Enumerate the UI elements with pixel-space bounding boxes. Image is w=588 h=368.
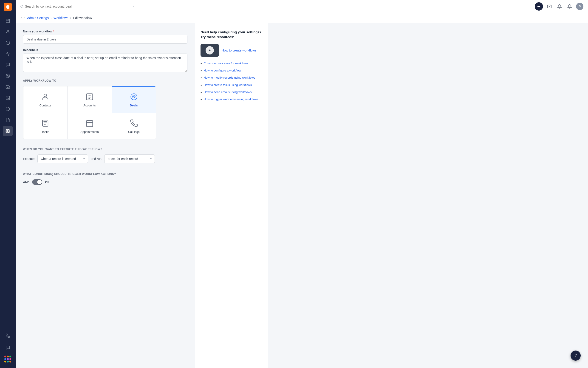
deals-label: Deals <box>130 104 138 107</box>
svg-point-7 <box>7 75 9 77</box>
user-avatar[interactable]: S <box>576 3 583 10</box>
breadcrumb-sep-2: › <box>70 16 71 20</box>
help-link-0[interactable]: Common use cases for workflows <box>204 61 248 65</box>
and-label: AND <box>23 180 29 184</box>
svg-rect-18 <box>86 120 93 127</box>
sidebar-item-goals[interactable] <box>3 71 13 81</box>
required-indicator: * <box>53 30 54 33</box>
toggle-track[interactable] <box>32 179 42 185</box>
describe-field-group: Describe it When the expected close date… <box>23 48 187 73</box>
sidebar-item-inbox[interactable] <box>3 82 13 92</box>
sidebar-app-dots[interactable] <box>3 355 12 363</box>
condition-toggle[interactable] <box>32 179 42 185</box>
help-link-5[interactable]: How to trigger webhooks using workflows <box>204 97 258 101</box>
help-link-2[interactable]: How to modify records using workflows <box>204 76 255 80</box>
add-button[interactable] <box>535 2 543 10</box>
sidebar-item-deals[interactable] <box>3 38 13 48</box>
content-area: Admin Settings › Workflows › Edit workfl… <box>16 13 588 368</box>
condition-row: AND OR <box>23 179 187 185</box>
workflow-name-input[interactable] <box>23 35 187 44</box>
sidebar-item-conversations[interactable] <box>3 60 13 70</box>
sidebar-item-phone[interactable] <box>3 331 13 341</box>
svg-point-16 <box>134 96 134 97</box>
sidebar-bottom <box>3 331 13 365</box>
workflow-card-call-logs[interactable]: Call logs <box>112 113 156 139</box>
svg-point-6 <box>6 74 10 78</box>
sidebar-item-calendar[interactable] <box>3 16 13 26</box>
run-select[interactable]: once, for each record every time <box>104 155 155 163</box>
run-select-wrapper: once, for each record every time <box>104 155 155 163</box>
accounts-label: Accounts <box>83 104 96 107</box>
svg-point-10 <box>7 130 9 132</box>
workflow-card-deals[interactable]: Deals <box>112 86 156 113</box>
or-label: OR <box>45 180 50 184</box>
sidebar-item-analytics[interactable] <box>3 93 13 103</box>
play-button[interactable] <box>205 46 214 55</box>
sidebar-item-reports[interactable] <box>3 49 13 59</box>
help-list-item-3: • How to create tasks using workflows <box>201 83 263 87</box>
execute-select[interactable]: when a record is created when a record i… <box>37 155 88 163</box>
help-link-1[interactable]: How to configure a workflow <box>204 68 241 73</box>
svg-point-8 <box>7 75 8 76</box>
apply-section-title: APPLY WORKFLOW TO <box>23 79 187 82</box>
search-dropdown-icon[interactable] <box>132 5 135 8</box>
execute-section-title: WHEN DO YOU WANT TO EXECUTE THIS WORKFLO… <box>23 147 187 151</box>
workflow-describe-textarea[interactable]: When the expected close date of a deal i… <box>23 54 187 72</box>
main-wrapper: S Admin Settings › Workflows › Edit work… <box>16 0 588 368</box>
sidebar-item-contacts[interactable] <box>3 27 13 37</box>
help-panel: Need help configuring your settings? Try… <box>195 23 268 368</box>
video-link[interactable]: How to create workflows <box>222 48 257 52</box>
search-input[interactable] <box>25 5 131 8</box>
notification-icon[interactable] <box>556 3 563 10</box>
svg-point-13 <box>44 94 47 97</box>
sidebar-nav <box>0 16 16 331</box>
help-link-4[interactable]: How to send emails using workflows <box>204 90 252 94</box>
svg-rect-17 <box>43 120 48 126</box>
help-list-item-4: • How to send emails using workflows <box>201 90 263 94</box>
topbar: S <box>16 0 588 13</box>
call-logs-label: Call logs <box>128 130 140 134</box>
workflow-card-contacts[interactable]: Contacts <box>23 86 68 113</box>
help-link-3[interactable]: How to create tasks using workflows <box>204 83 252 87</box>
sidebar-item-integrations[interactable] <box>3 104 13 114</box>
bell-icon[interactable] <box>566 3 573 10</box>
execute-section: WHEN DO YOU WANT TO EXECUTE THIS WORKFLO… <box>23 147 187 163</box>
accounts-icon <box>85 92 94 101</box>
app-logo[interactable] <box>4 3 12 11</box>
call-logs-icon <box>129 119 139 128</box>
sidebar-item-settings[interactable] <box>3 126 13 136</box>
tasks-label: Tasks <box>42 130 49 134</box>
workflow-card-tasks[interactable]: Tasks <box>23 113 68 139</box>
contacts-icon <box>41 92 50 101</box>
toggle-thumb <box>37 180 42 184</box>
execute-select-wrapper: when a record is created when a record i… <box>37 155 88 163</box>
search-icon <box>20 5 24 8</box>
help-fab[interactable]: ? <box>570 350 581 361</box>
contacts-label: Contacts <box>39 104 51 107</box>
sidebar-item-notes[interactable] <box>3 115 13 125</box>
email-icon[interactable] <box>546 3 553 10</box>
help-list-item-2: • How to modify records using workflows <box>201 76 263 80</box>
help-list-item-0: • Common use cases for workflows <box>201 61 263 66</box>
form-panel: Name your workflow * Describe it When th… <box>16 23 195 368</box>
workflow-card-accounts[interactable]: Accounts <box>67 86 112 113</box>
breadcrumb: Admin Settings › Workflows › Edit workfl… <box>16 13 588 23</box>
execute-row: Execute when a record is created when a … <box>23 155 187 163</box>
breadcrumb-current: Edit workflow <box>73 16 92 20</box>
name-field-group: Name your workflow * <box>23 30 187 44</box>
deals-icon <box>129 92 139 101</box>
workflow-card-appointments[interactable]: Appointments <box>67 113 112 139</box>
svg-point-11 <box>21 5 23 7</box>
condition-section: WHAT CONDITION(S) SHOULD TRIGGER WORKFLO… <box>23 172 187 185</box>
sidebar-item-chat[interactable] <box>3 343 13 353</box>
video-card[interactable] <box>201 44 219 57</box>
appointments-icon <box>85 119 94 128</box>
scroll-area: Name your workflow * Describe it When th… <box>16 23 588 368</box>
and-run-label: and run <box>91 157 101 161</box>
breadcrumb-workflows[interactable]: Workflows <box>53 16 68 20</box>
help-list-item-1: • How to configure a workflow <box>201 68 263 73</box>
topbar-right: S <box>535 2 583 10</box>
name-field-label: Name your workflow * <box>23 30 187 33</box>
breadcrumb-admin-settings[interactable]: Admin Settings <box>27 16 49 20</box>
video-row: How to create workflows <box>201 44 263 57</box>
